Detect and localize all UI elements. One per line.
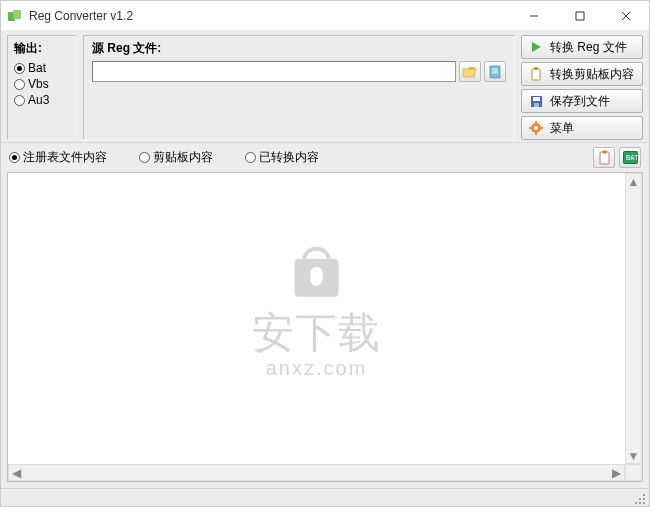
radio-icon — [14, 79, 25, 90]
radio-icon — [245, 152, 256, 163]
clipboard-convert-icon — [528, 66, 544, 82]
output-radio-au3[interactable]: Au3 — [14, 93, 70, 107]
window-title: Reg Converter v1.2 — [29, 9, 511, 23]
svg-point-17 — [534, 126, 538, 130]
watermark-sub: anxz.com — [252, 356, 381, 379]
scroll-up-icon: ▲ — [626, 174, 641, 189]
svg-rect-1 — [13, 10, 21, 19]
horizontal-scrollbar[interactable]: ◀ ▶ — [8, 464, 625, 481]
copy-button[interactable] — [593, 147, 615, 168]
clear-button[interactable] — [484, 61, 506, 82]
svg-rect-30 — [643, 498, 645, 500]
document-icon — [488, 65, 502, 79]
svg-text:BAT: BAT — [626, 154, 638, 162]
view-radio-clipboard-content[interactable]: 剪贴板内容 — [139, 149, 213, 166]
client-area: 输出: Bat Vbs Au3 源 Reg 文件: — [1, 31, 649, 506]
output-radio-bat[interactable]: Bat — [14, 61, 70, 75]
maximize-button[interactable] — [557, 1, 603, 30]
terminal-run-icon: BAT — [623, 151, 638, 164]
radio-icon — [14, 95, 25, 106]
radio-label: Bat — [28, 61, 46, 75]
browse-button[interactable] — [459, 61, 481, 82]
view-radio-converted-content[interactable]: 已转换内容 — [245, 149, 319, 166]
app-icon — [7, 8, 23, 24]
svg-rect-28 — [643, 502, 645, 504]
run-bat-button[interactable]: BAT — [619, 147, 641, 168]
save-icon — [528, 93, 544, 109]
scroll-down-icon: ▼ — [626, 448, 641, 463]
vertical-scrollbar[interactable]: ▲ ▼ — [625, 173, 642, 464]
source-label: 源 Reg 文件: — [92, 40, 506, 57]
watermark-main: 安下载 — [252, 304, 381, 360]
svg-rect-12 — [534, 67, 538, 70]
window-controls — [511, 1, 649, 30]
scroll-left-icon: ◀ — [9, 465, 24, 480]
convert-reg-button[interactable]: 转换 Reg 文件 — [521, 35, 643, 59]
radio-icon — [14, 63, 25, 74]
content-textarea-wrap: 安下载 anxz.com ▲ ▼ ◀ ▶ — [7, 172, 643, 482]
button-label: 转换 Reg 文件 — [550, 39, 627, 56]
svg-rect-23 — [602, 151, 606, 154]
minimize-button[interactable] — [511, 1, 557, 30]
output-radio-vbs[interactable]: Vbs — [14, 77, 70, 91]
source-panel: 源 Reg 文件: — [83, 35, 515, 140]
convert-clipboard-button[interactable]: 转换剪贴板内容 — [521, 62, 643, 86]
action-buttons: 转换 Reg 文件 转换剪贴板内容 保存到文件 菜单 — [521, 35, 643, 140]
button-label: 保存到文件 — [550, 93, 610, 110]
clipboard-icon — [598, 150, 611, 165]
scroll-right-icon: ▶ — [609, 465, 624, 480]
radio-label: 剪贴板内容 — [153, 149, 213, 166]
button-label: 转换剪贴板内容 — [550, 66, 634, 83]
svg-rect-29 — [639, 502, 641, 504]
watermark: 安下载 anxz.com — [252, 244, 381, 379]
svg-rect-27 — [314, 268, 320, 274]
save-to-file-button[interactable]: 保存到文件 — [521, 89, 643, 113]
output-panel: 输出: Bat Vbs Au3 — [7, 35, 77, 140]
resize-grip-icon[interactable] — [633, 492, 647, 506]
radio-icon — [9, 152, 20, 163]
svg-rect-22 — [600, 152, 609, 164]
source-path-input[interactable] — [92, 61, 456, 82]
svg-rect-11 — [532, 69, 540, 80]
svg-rect-26 — [295, 258, 339, 296]
svg-rect-3 — [576, 12, 584, 20]
menu-button[interactable]: 菜单 — [521, 116, 643, 140]
view-selector-row: 注册表文件内容 剪贴板内容 已转换内容 BAT — [1, 142, 649, 172]
statusbar — [1, 488, 649, 506]
play-icon — [528, 39, 544, 55]
svg-rect-33 — [643, 494, 645, 496]
close-button[interactable] — [603, 1, 649, 30]
radio-label: 注册表文件内容 — [23, 149, 107, 166]
gear-icon — [528, 120, 544, 136]
output-label: 输出: — [14, 40, 70, 57]
button-label: 菜单 — [550, 120, 574, 137]
content-textarea[interactable]: 安下载 anxz.com — [8, 173, 625, 464]
top-row: 输出: Bat Vbs Au3 源 Reg 文件: — [1, 31, 649, 142]
svg-rect-31 — [635, 502, 637, 504]
radio-icon — [139, 152, 150, 163]
svg-marker-10 — [532, 42, 541, 52]
svg-rect-6 — [490, 66, 500, 78]
radio-label: Vbs — [28, 77, 49, 91]
titlebar: Reg Converter v1.2 — [1, 1, 649, 31]
folder-open-icon — [462, 65, 478, 79]
svg-rect-32 — [639, 498, 641, 500]
radio-label: Au3 — [28, 93, 49, 107]
radio-label: 已转换内容 — [259, 149, 319, 166]
view-radio-reg-content[interactable]: 注册表文件内容 — [9, 149, 107, 166]
svg-rect-15 — [534, 103, 539, 107]
scrollbar-corner — [625, 464, 642, 481]
watermark-bag-icon — [287, 244, 347, 300]
svg-rect-14 — [533, 97, 540, 101]
